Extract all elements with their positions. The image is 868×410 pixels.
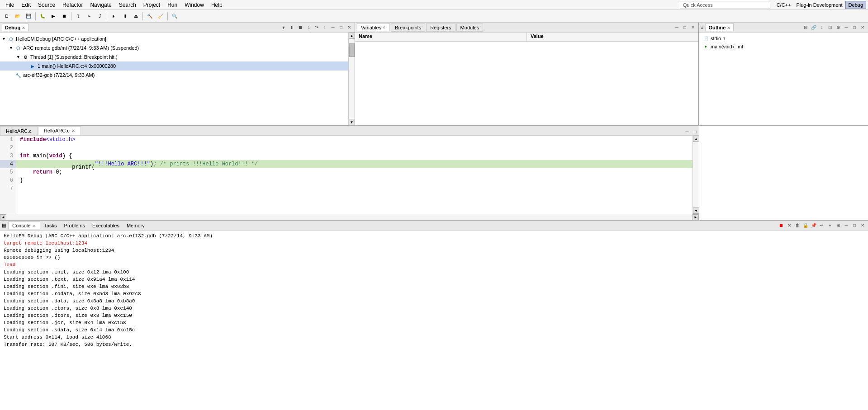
editor-vscroll[interactable]: ▲ ▼ — [693, 136, 699, 214]
quick-access-input[interactable]: Quick Access — [680, 1, 770, 9]
menu-source[interactable]: Source — [34, 1, 59, 9]
debug-minimize-icon[interactable]: ─ — [329, 24, 337, 31]
console-body[interactable]: HelloEM Debug [ARC C/C++ application] ar… — [0, 231, 868, 410]
debug-step-return-icon[interactable]: ↑ — [321, 24, 328, 31]
debug-perspective[interactable]: Debug — [845, 1, 866, 9]
menu-edit[interactable]: Edit — [18, 1, 34, 9]
editor-tab-2[interactable]: HelloARC.c ✕ — [38, 126, 81, 135]
debug-tree-arrow-root[interactable]: ▼ — [2, 37, 7, 41]
debug-step-over-icon[interactable]: ↷ — [313, 24, 320, 31]
editor-tab-1[interactable]: HelloARC.c — [0, 126, 38, 135]
debug-tree-thread[interactable]: ▼ ⚙ Thread [1] (Suspended: Breakpoint hi… — [0, 52, 348, 61]
debug-panel-title[interactable]: Debug ✕ — [2, 24, 28, 31]
console-tab[interactable]: Console ✕ — [8, 221, 40, 229]
breakpoints-tab[interactable]: Breakpoints — [391, 24, 425, 32]
menu-window[interactable]: Window — [181, 1, 208, 9]
menu-refactor[interactable]: Refactor — [59, 1, 86, 9]
console-clear-icon[interactable]: 🗑 — [794, 222, 801, 229]
debug-suspend-icon[interactable]: ⏸ — [289, 24, 296, 31]
debug-step-into-icon[interactable]: ⤵ — [305, 24, 312, 31]
editor-scroll-up-btn[interactable]: ▲ — [693, 136, 699, 142]
tb-terminate-btn[interactable]: ⏏ — [131, 11, 141, 21]
debug-scroll-track[interactable] — [349, 39, 355, 119]
tb-step-into-btn[interactable]: ⤵ — [73, 11, 83, 21]
debug-tree-arrow-thread[interactable]: ▼ — [16, 55, 22, 59]
console-close-icon[interactable]: ✕ — [859, 222, 866, 229]
debug-tree-arrow-gdb[interactable]: ▼ — [9, 46, 14, 50]
console-stop-icon[interactable]: ⏹ — [778, 222, 785, 229]
menu-navigate[interactable]: Navigate — [86, 1, 115, 9]
tb-build-btn[interactable]: 🔨 — [145, 11, 155, 21]
plugin-perspective[interactable]: Plug-in Development — [793, 1, 845, 9]
console-minimize-icon[interactable]: ─ — [843, 222, 850, 229]
outline-sort-icon[interactable]: ↕ — [818, 24, 825, 31]
menu-search[interactable]: Search — [115, 1, 140, 9]
debug-tree-gdb[interactable]: ▼ ⬡ ARC remote gdb/mi (7/22/14, 9:33 AM)… — [0, 43, 348, 52]
console-open-icon[interactable]: ⊞ — [835, 222, 842, 229]
console-scroll-lock-icon[interactable]: 🔒 — [802, 222, 809, 229]
console-new-icon[interactable]: + — [826, 222, 834, 229]
editor-hscroll[interactable]: ◄ ► — [0, 214, 699, 220]
tb-step-return-btn[interactable]: ⤴ — [95, 11, 105, 21]
editor-scroll-down-btn[interactable]: ▼ — [693, 207, 699, 214]
tb-stop-btn[interactable]: ⏹ — [59, 11, 69, 21]
tb-new-btn[interactable]: 🗋 — [2, 11, 12, 21]
modules-tab[interactable]: Modules — [456, 24, 484, 32]
tb-clean-btn[interactable]: 🧹 — [156, 11, 166, 21]
editor-scroll-track[interactable] — [693, 142, 699, 207]
console-maximize-icon[interactable]: □ — [851, 222, 858, 229]
tasks-tab[interactable]: Tasks — [40, 222, 60, 229]
editor-scroll-right-btn[interactable]: ► — [693, 214, 699, 221]
outline-item-stdio[interactable]: 📄 stdio.h — [701, 34, 866, 42]
vars-close-icon[interactable]: ✕ — [689, 24, 697, 31]
menu-help[interactable]: Help — [208, 1, 226, 9]
debug-tree-gdb2[interactable]: 🔧 arc-elf32-gdb (7/22/14, 9:33 AM) — [0, 71, 348, 80]
vars-maximize-icon[interactable]: □ — [681, 24, 688, 31]
debug-scroll-down[interactable]: ▼ — [349, 119, 355, 125]
outline-filter-icon[interactable]: ⊡ — [826, 24, 834, 31]
outline-collapse-icon[interactable]: ⊟ — [802, 24, 809, 31]
tb-save-btn[interactable]: 💾 — [24, 11, 33, 21]
registers-tab[interactable]: Registers — [426, 24, 455, 32]
menu-run[interactable]: Run — [164, 1, 181, 9]
tb-debug-btn[interactable]: 🐛 — [38, 11, 47, 21]
debug-resume-icon[interactable]: ⏵ — [280, 24, 288, 31]
debug-scroll-up[interactable]: ▲ — [349, 33, 355, 39]
vars-minimize-icon[interactable]: ─ — [673, 24, 680, 31]
outline-settings-icon[interactable]: ⚙ — [835, 24, 842, 31]
console-pin-icon[interactable]: 📌 — [810, 222, 817, 229]
console-word-wrap-icon[interactable]: ↵ — [818, 222, 825, 229]
outline-panel-title[interactable]: Outline ✕ — [705, 24, 734, 31]
debug-close-icon[interactable]: ✕ — [346, 24, 353, 31]
debug-stop-icon[interactable]: ⏹ — [297, 24, 304, 31]
editor-tab-2-close[interactable]: ✕ — [71, 128, 75, 133]
tb-run-btn[interactable]: ▶ — [48, 11, 58, 21]
memory-tab[interactable]: Memory — [123, 222, 148, 229]
tb-resume-btn[interactable]: ⏵ — [109, 11, 119, 21]
debug-scrollbar[interactable]: ▲ ▼ — [348, 33, 355, 125]
console-terminate-icon[interactable]: ✕ — [786, 222, 793, 229]
problems-tab[interactable]: Problems — [61, 222, 89, 229]
menu-project[interactable]: Project — [140, 1, 164, 9]
tb-open-btn[interactable]: 📂 — [13, 11, 23, 21]
menu-file[interactable]: File — [2, 1, 18, 9]
cpp-perspective[interactable]: C/C++ — [774, 1, 794, 9]
editor-minimize-icon[interactable]: ─ — [683, 128, 691, 135]
debug-tree-frame[interactable]: ▶ 1 main() HelloARC.c:4 0x00000280 — [0, 61, 348, 71]
code-area[interactable]: #include <stdio.h> int main(void) { prin… — [16, 136, 693, 214]
outline-maximize-icon[interactable]: □ — [851, 24, 858, 31]
editor-scroll-left-btn[interactable]: ◄ — [0, 214, 6, 221]
outline-minimize-icon[interactable]: ─ — [843, 24, 850, 31]
editor-hscroll-track[interactable] — [6, 214, 693, 220]
executables-tab[interactable]: Executables — [89, 222, 123, 229]
debug-maximize-icon[interactable]: □ — [337, 24, 345, 31]
debug-scroll-thumb[interactable] — [349, 43, 355, 57]
outline-item-main[interactable]: ● main(void) : int — [701, 42, 866, 51]
tb-suspend-btn[interactable]: ⏸ — [120, 11, 130, 21]
editor-maximize-icon[interactable]: □ — [692, 128, 699, 135]
outline-close-icon[interactable]: ✕ — [859, 24, 866, 31]
debug-tree-root[interactable]: ▼ ⬡ HelloEM Debug [ARC C/C++ application… — [0, 34, 348, 43]
outline-link-icon[interactable]: 🔗 — [810, 24, 817, 31]
variables-tab[interactable]: Variables ✕ — [357, 24, 390, 31]
tb-search-btn[interactable]: 🔍 — [170, 11, 180, 21]
